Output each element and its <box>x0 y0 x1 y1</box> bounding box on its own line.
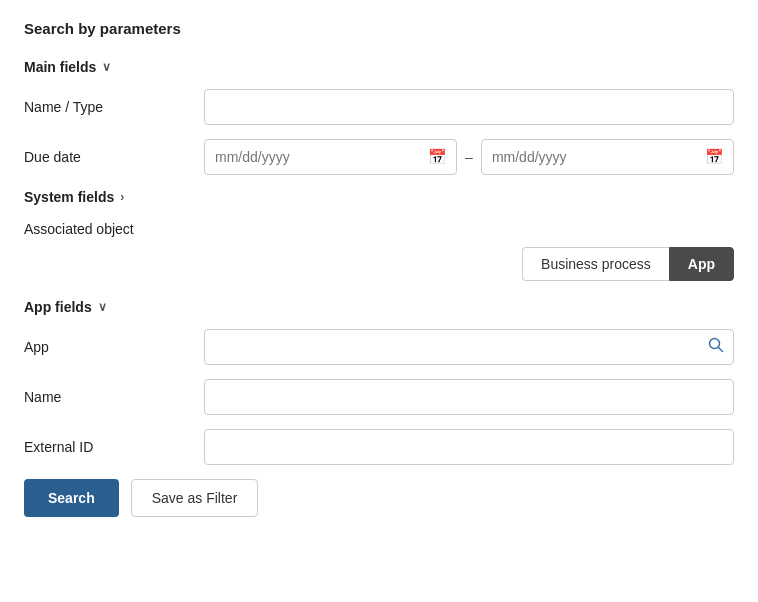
name-type-row: Name / Type <box>24 89 734 125</box>
save-as-filter-button[interactable]: Save as Filter <box>131 479 259 517</box>
name-input[interactable] <box>204 379 734 415</box>
system-fields-toggle[interactable]: System fields › <box>24 189 734 205</box>
main-fields-label: Main fields <box>24 59 96 75</box>
date-range-group: 📅 – 📅 <box>204 139 734 175</box>
name-type-input[interactable] <box>204 89 734 125</box>
main-fields-chevron-icon: ∨ <box>102 60 111 74</box>
name-type-label: Name / Type <box>24 99 204 115</box>
date-to-input[interactable] <box>481 139 734 175</box>
app-row: App Companies <box>24 329 734 365</box>
name-label: Name <box>24 389 204 405</box>
app-fields-chevron-icon: ∨ <box>98 300 107 314</box>
name-row: Name <box>24 379 734 415</box>
date-to-wrap: 📅 <box>481 139 734 175</box>
main-fields-toggle[interactable]: Main fields ∨ <box>24 59 734 75</box>
app-input-wrap: Companies <box>204 329 734 365</box>
due-date-row: Due date 📅 – 📅 <box>24 139 734 175</box>
system-fields-label: System fields <box>24 189 114 205</box>
toggle-app[interactable]: App <box>669 247 734 281</box>
app-fields-toggle[interactable]: App fields ∨ <box>24 299 734 315</box>
external-id-label: External ID <box>24 439 204 455</box>
external-id-control <box>204 429 734 465</box>
due-date-label: Due date <box>24 149 204 165</box>
toggle-business-process[interactable]: Business process <box>522 247 669 281</box>
date-range-dash: – <box>465 149 473 165</box>
external-id-input[interactable] <box>204 429 734 465</box>
date-from-wrap: 📅 <box>204 139 457 175</box>
bottom-actions: Search Save as Filter <box>24 479 734 517</box>
external-id-row: External ID <box>24 429 734 465</box>
name-type-control <box>204 89 734 125</box>
app-fields-label: App fields <box>24 299 92 315</box>
system-fields-chevron-icon: › <box>120 190 124 204</box>
search-button[interactable]: Search <box>24 479 119 517</box>
name-control <box>204 379 734 415</box>
page-title: Search by parameters <box>24 20 734 37</box>
app-control: Companies <box>204 329 734 365</box>
date-from-input[interactable] <box>204 139 457 175</box>
due-date-control: 📅 – 📅 <box>204 139 734 175</box>
associated-object-label: Associated object <box>24 221 734 237</box>
app-input[interactable]: Companies <box>204 329 734 365</box>
app-label: App <box>24 339 204 355</box>
associated-object-toggle-group: Business process App <box>24 247 734 281</box>
